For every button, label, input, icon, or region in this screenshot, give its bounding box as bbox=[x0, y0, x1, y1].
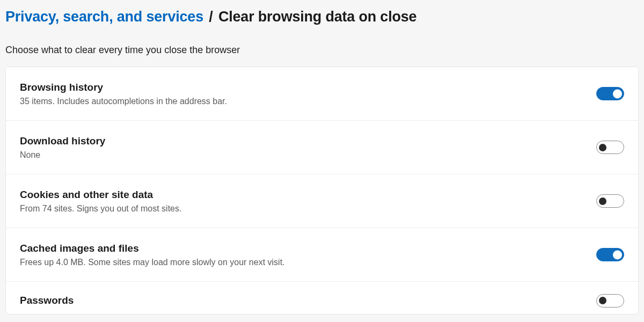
row-desc: From 74 sites. Signs you out of most sit… bbox=[20, 204, 181, 214]
toggle-cookies[interactable] bbox=[596, 194, 624, 208]
row-download-history: Download history None bbox=[6, 121, 638, 174]
row-browsing-history: Browsing history 35 items. Includes auto… bbox=[6, 67, 638, 121]
toggle-passwords[interactable] bbox=[596, 294, 624, 308]
breadcrumb-current: Clear browsing data on close bbox=[218, 9, 417, 25]
row-title: Cached images and files bbox=[20, 243, 285, 254]
row-text: Passwords bbox=[20, 295, 74, 306]
toggle-knob-icon bbox=[599, 297, 606, 304]
toggle-browsing-history[interactable] bbox=[596, 87, 624, 100]
settings-panel: Browsing history 35 items. Includes auto… bbox=[5, 67, 639, 314]
breadcrumb-parent-link[interactable]: Privacy, search, and services bbox=[5, 9, 203, 25]
toggle-knob-icon bbox=[613, 89, 622, 98]
toggle-download-history[interactable] bbox=[596, 141, 624, 154]
row-title: Download history bbox=[20, 135, 105, 147]
row-cookies: Cookies and other site data From 74 site… bbox=[6, 174, 638, 228]
toggle-knob-icon bbox=[599, 144, 606, 151]
row-text: Cookies and other site data From 74 site… bbox=[20, 189, 181, 214]
row-desc: None bbox=[20, 150, 105, 160]
breadcrumb: Privacy, search, and services / Clear br… bbox=[5, 9, 639, 25]
row-passwords: Passwords bbox=[6, 282, 638, 314]
page-subtitle: Choose what to clear every time you clos… bbox=[5, 45, 639, 56]
row-desc: 35 items. Includes autocompletions in th… bbox=[20, 97, 227, 106]
toggle-knob-icon bbox=[613, 250, 622, 259]
row-title: Cookies and other site data bbox=[20, 189, 181, 201]
row-text: Download history None bbox=[20, 135, 105, 160]
toggle-knob-icon bbox=[599, 197, 606, 205]
row-text: Browsing history 35 items. Includes auto… bbox=[20, 82, 227, 106]
settings-page: Privacy, search, and services / Clear br… bbox=[0, 0, 644, 314]
breadcrumb-separator: / bbox=[209, 9, 213, 25]
row-cached-images: Cached images and files Frees up 4.0 MB.… bbox=[6, 228, 638, 282]
row-title: Browsing history bbox=[20, 82, 227, 93]
row-title: Passwords bbox=[20, 295, 74, 306]
row-text: Cached images and files Frees up 4.0 MB.… bbox=[20, 243, 285, 267]
row-desc: Frees up 4.0 MB. Some sites may load mor… bbox=[20, 258, 285, 267]
toggle-cached-images[interactable] bbox=[596, 248, 624, 261]
